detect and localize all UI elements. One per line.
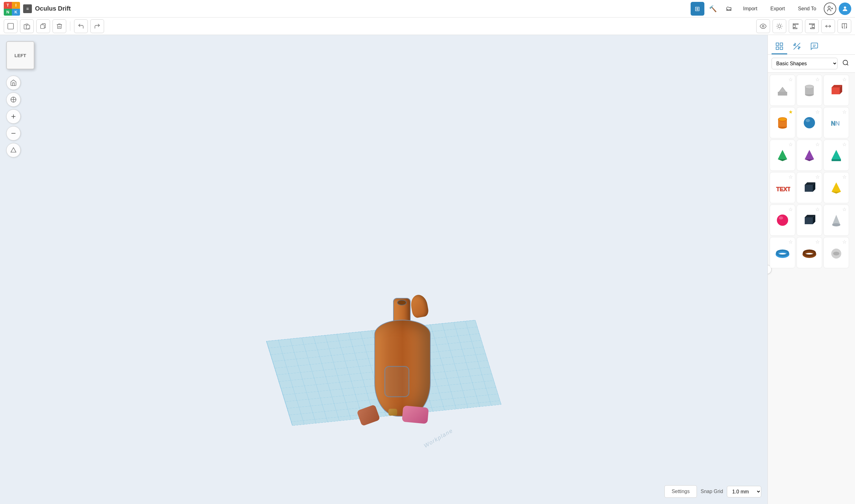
shapes-search-button[interactable] <box>840 58 851 69</box>
shape-box-rough[interactable]: ☆ <box>770 75 795 106</box>
toolbar-right <box>756 19 851 33</box>
star-icon[interactable]: ☆ <box>815 76 820 83</box>
delete-button[interactable] <box>52 19 66 33</box>
add-user-button[interactable] <box>824 2 836 15</box>
undo-button[interactable] <box>74 19 88 33</box>
star-icon[interactable]: ☆ <box>842 142 847 147</box>
svg-marker-57 <box>778 159 787 161</box>
shape-cylinder-orange[interactable]: ★ <box>770 107 795 138</box>
shape-preview <box>828 147 845 164</box>
doc-icon[interactable]: ≡ <box>23 4 32 13</box>
shape-pyramid-yellow[interactable]: ☆ <box>823 172 849 203</box>
project-title[interactable]: Oculus Drift <box>35 5 687 12</box>
light-toggle-button[interactable] <box>772 19 786 33</box>
shape-extra[interactable]: ☆ <box>823 237 849 268</box>
shape-preview: NN <box>828 114 845 131</box>
align-left-button[interactable] <box>789 19 803 33</box>
star-icon[interactable]: ☆ <box>788 142 793 147</box>
shapes-row-5: ☆ ☆ ☆ <box>770 204 853 236</box>
svg-rect-20 <box>793 28 797 29</box>
svg-rect-6 <box>26 25 30 29</box>
main-object[interactable] <box>371 292 434 423</box>
shape-cylinder-rough[interactable]: ☆ <box>797 75 822 106</box>
shape-preview <box>801 179 818 196</box>
star-icon[interactable]: ☆ <box>842 109 847 115</box>
shapes-category-dropdown[interactable]: Basic Shapes <box>771 58 838 69</box>
send-to-button[interactable]: Send To <box>792 4 822 14</box>
shape-sphere-blue[interactable]: ☆ <box>797 107 822 138</box>
layers-view-btn[interactable]: 🗂 <box>722 2 736 16</box>
snap-grid-select[interactable]: 1.0 mm 0.1 mm 0.5 mm 2.0 mm 5.0 mm <box>727 486 761 498</box>
shape-preview <box>828 82 845 99</box>
tab-measure[interactable] <box>789 39 805 54</box>
star-icon[interactable]: ☆ <box>842 239 847 245</box>
svg-rect-22 <box>809 23 815 24</box>
shapes-row-3: ☆ ☆ ☆ <box>770 140 853 171</box>
svg-point-69 <box>779 216 783 219</box>
star-icon[interactable]: ☆ <box>788 174 793 180</box>
shape-cone-gray[interactable]: ☆ <box>823 204 849 236</box>
shapes-header: Basic Shapes <box>768 55 855 73</box>
star-icon[interactable]: ☆ <box>788 239 793 245</box>
settings-button[interactable]: Settings <box>664 485 697 498</box>
grid-view-btn[interactable]: ⊞ <box>691 2 704 16</box>
small-piece-3 <box>402 406 429 424</box>
svg-marker-61 <box>832 159 841 161</box>
svg-line-16 <box>777 28 778 28</box>
import-button[interactable]: Import <box>737 4 763 14</box>
star-icon-filled[interactable]: ★ <box>788 109 793 115</box>
svg-rect-46 <box>832 87 840 94</box>
star-icon[interactable]: ☆ <box>842 174 847 180</box>
svg-rect-33 <box>780 43 783 45</box>
shape-torus-blue[interactable]: ☆ <box>770 237 795 268</box>
shape-box-blue[interactable]: ☆ <box>797 172 822 203</box>
svg-rect-4 <box>8 23 14 29</box>
shape-wedge-teal[interactable]: ☆ <box>823 140 849 171</box>
shape-text-3d-blue[interactable]: ☆ NN <box>823 107 849 138</box>
camera-toggle-button[interactable] <box>756 19 770 33</box>
shape-text-red[interactable]: ☆ TEXT <box>770 172 795 203</box>
shape-pyramid-purple[interactable]: ☆ <box>797 140 822 171</box>
svg-marker-66 <box>832 182 841 192</box>
shape-sphere-pink[interactable]: ☆ <box>770 204 795 236</box>
snap-align-button[interactable] <box>821 19 835 33</box>
avatar[interactable] <box>839 2 851 15</box>
star-icon[interactable]: ☆ <box>815 206 820 212</box>
hammer-view-btn[interactable]: 🔨 <box>706 2 720 16</box>
export-button[interactable]: Export <box>765 4 790 14</box>
main-area: LEFT <box>0 35 855 504</box>
star-icon[interactable]: ☆ <box>842 76 847 83</box>
toolbar-divider-1 <box>70 21 70 31</box>
paste-button[interactable] <box>20 19 34 33</box>
logo-i: I <box>12 2 20 9</box>
shape-preview: TEXT <box>774 179 791 196</box>
tab-shapes[interactable] <box>771 39 787 54</box>
svg-text:TEXT: TEXT <box>776 186 790 192</box>
svg-marker-56 <box>778 150 787 159</box>
svg-rect-63 <box>805 185 813 192</box>
star-icon[interactable]: ☆ <box>815 109 820 115</box>
star-icon[interactable]: ☆ <box>815 142 820 147</box>
align-right-button[interactable] <box>805 19 819 33</box>
shapes-grid: ☆ ☆ ☆ <box>768 73 855 504</box>
duplicate-button[interactable] <box>36 19 50 33</box>
star-icon[interactable]: ☆ <box>815 174 820 180</box>
shape-pyramid-green[interactable]: ☆ <box>770 140 795 171</box>
redo-button[interactable] <box>90 19 104 33</box>
new-workplane-button[interactable] <box>4 19 17 33</box>
shape-preview <box>801 114 818 131</box>
panel-tabs <box>768 35 855 55</box>
star-icon[interactable]: ☆ <box>815 239 820 245</box>
3d-scene <box>0 35 768 504</box>
viewport[interactable]: LEFT <box>0 35 768 504</box>
shape-torus-brown[interactable]: ☆ <box>797 237 822 268</box>
star-icon[interactable]: ☆ <box>842 206 847 212</box>
user-area <box>824 2 851 15</box>
tab-notes[interactable] <box>806 39 822 54</box>
mirror-button[interactable] <box>838 19 851 33</box>
shape-box-red[interactable]: ☆ <box>823 75 849 106</box>
svg-rect-32 <box>776 43 779 45</box>
star-icon[interactable]: ☆ <box>788 206 793 212</box>
shape-box-navy[interactable]: ☆ <box>797 204 822 236</box>
star-icon[interactable]: ☆ <box>788 76 793 83</box>
